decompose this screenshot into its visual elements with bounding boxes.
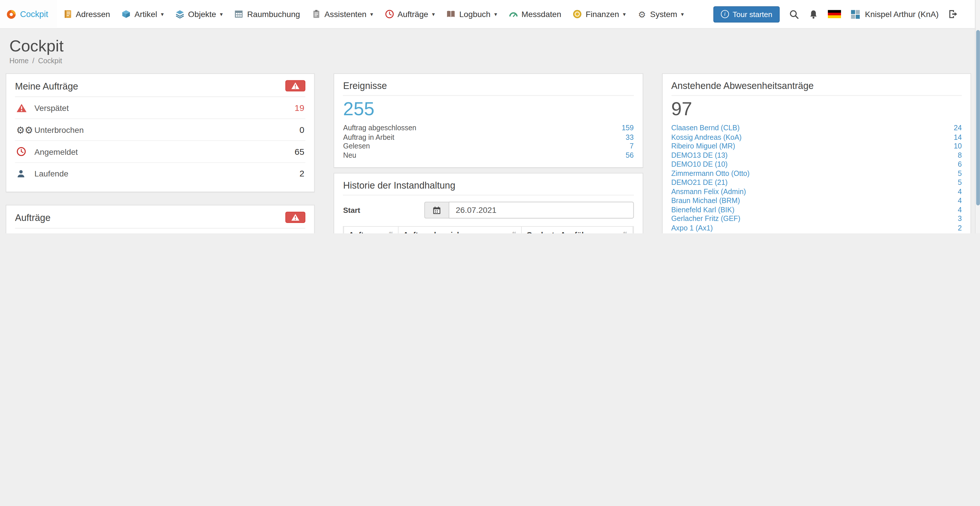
stat-row-laufende[interactable]: Laufende 2 — [15, 163, 305, 184]
chevron-down-icon: ▾ — [623, 11, 626, 18]
nav-label: System — [650, 10, 677, 19]
event-count[interactable]: 7 — [630, 142, 634, 150]
page-title: Cockpit — [10, 37, 974, 56]
main-menu: Cockpit Adressen Artikel ▾ Objekte — [0, 0, 689, 28]
column-header-auftragsbezeichnung[interactable]: ⇅Auftragsbezeichnung — [399, 227, 522, 233]
person-link[interactable]: Bienefeld Karl (BIK) — [671, 205, 734, 214]
request-count[interactable]: 4 — [958, 205, 962, 214]
sort-icon[interactable]: ⇅ — [623, 230, 628, 233]
list-item[interactable]: Auftrag in Arbeit 33 — [343, 132, 634, 142]
warning-badge[interactable] — [286, 80, 305, 91]
nav-item-raumbuchung[interactable]: Raumbuchung — [228, 0, 305, 28]
history-table-scroll-area[interactable]: ⇅Auftrags-Nr. ⇅Auftragsbezeichnung ⇅Gepl… — [343, 226, 634, 233]
breadcrumb-home[interactable]: Home — [10, 57, 29, 64]
request-count[interactable]: 4 — [958, 187, 962, 196]
request-count[interactable]: 2 — [958, 232, 962, 233]
language-flag-german[interactable] — [828, 10, 841, 18]
page-scrollbar-thumb[interactable] — [976, 30, 980, 205]
list-item[interactable]: Neu 56 — [343, 151, 634, 160]
person-link[interactable]: Axpo 1 (Ax1) — [671, 223, 713, 232]
request-count[interactable]: 4 — [958, 196, 962, 205]
request-count[interactable]: 10 — [954, 142, 962, 150]
nav-label: Objekte — [188, 10, 216, 19]
event-type-label: Neu — [343, 151, 356, 160]
notifications-bell-icon[interactable] — [808, 9, 819, 19]
layers-icon — [175, 9, 185, 19]
card-title: Anstehende Abwesenheitsanträge — [671, 80, 962, 91]
nav-item-finanzen[interactable]: Finanzen ▾ — [567, 0, 631, 28]
clock-icon — [384, 9, 395, 19]
column-right: Anstehende Abwesenheitsanträge 97 Claase… — [662, 73, 971, 233]
event-count[interactable]: 33 — [626, 132, 634, 142]
nav-label: Messdaten — [522, 10, 561, 19]
person-link[interactable]: Ansmann Felix (Admin) — [671, 187, 746, 196]
list-item: DEMO21 DE (21) 5 — [671, 178, 962, 187]
event-type-label: Auftrag abgeschlossen — [343, 123, 417, 132]
request-count[interactable]: 5 — [958, 169, 962, 178]
nav-item-adressen[interactable]: Adressen — [57, 0, 116, 28]
dashboard-grid: Meine Aufträge Verspätet 19 ⚙⚙ — [3, 73, 974, 233]
ereignisse-total: 255 — [343, 98, 634, 120]
nav-item-assistenten[interactable]: Assistenten ▾ — [305, 0, 379, 28]
event-count[interactable]: 159 — [622, 123, 634, 132]
event-count[interactable]: 56 — [626, 151, 634, 160]
info-icon: i — [721, 10, 729, 18]
card-abwesenheitsantraege: Anstehende Abwesenheitsanträge 97 Claase… — [662, 73, 971, 233]
list-item[interactable]: Gelesen 7 — [343, 142, 634, 150]
person-link[interactable]: DEMO13 DE (13) — [671, 151, 727, 160]
breadcrumb-current: Cockpit — [38, 57, 62, 64]
stat-row-angemeldet[interactable]: Angemeldet 65 — [15, 141, 305, 163]
person-link[interactable]: Admin Sogema (SogAd) — [671, 232, 749, 233]
stat-value: 0 — [299, 125, 304, 135]
person-link[interactable]: Ribeiro Miguel (MR) — [671, 142, 735, 150]
person-link[interactable]: Zimmermann Otto (Otto) — [671, 169, 750, 178]
nav-item-system[interactable]: ⚙ System ▾ — [632, 0, 689, 28]
column-header-geplante-ausfuehrung[interactable]: ⇅Geplante Ausführung - Start — [522, 227, 633, 233]
person-link[interactable]: DEMO21 DE (21) — [671, 178, 727, 187]
sort-icon[interactable]: ⇅ — [389, 230, 394, 233]
request-count[interactable]: 8 — [958, 151, 962, 160]
nav-item-auftraege[interactable]: Aufträge ▾ — [379, 0, 441, 28]
navbar-actions: i Tour starten Knispel Arthur (KnA) — [713, 0, 959, 28]
request-count[interactable]: 3 — [958, 214, 962, 223]
person-link[interactable]: Claasen Bernd (CLB) — [671, 123, 740, 132]
chevron-down-icon: ▾ — [432, 11, 435, 18]
request-count[interactable]: 5 — [958, 178, 962, 187]
tour-starten-button[interactable]: i Tour starten — [713, 6, 780, 22]
list-item[interactable]: Auftrag abgeschlossen 159 — [343, 123, 634, 132]
stat-label: Laufende — [34, 169, 299, 178]
main-content: Cockpit Home/Cockpit Meine Aufträge — [0, 29, 980, 233]
stat-row-verspaetet[interactable]: Verspätet 124 — [15, 228, 305, 233]
stat-row-unterbrochen[interactable]: ⚙⚙ Unterbrochen 0 — [15, 119, 305, 141]
stat-row-verspaetet[interactable]: Verspätet 19 — [15, 97, 305, 119]
page-scrollbar[interactable] — [975, 0, 980, 233]
clock-icon — [16, 147, 30, 156]
person-link[interactable]: Braun Michael (BRM) — [671, 196, 740, 205]
person-link[interactable]: Gerlacher Fritz (GEF) — [671, 214, 740, 223]
start-date-input[interactable] — [449, 201, 633, 219]
stat-label: Angemeldet — [34, 147, 294, 156]
user-menu[interactable]: Knispel Arthur (KnA) — [850, 9, 939, 19]
warning-triangle-icon — [16, 103, 30, 113]
person-icon — [16, 169, 30, 178]
calendar-button[interactable] — [425, 201, 449, 219]
sort-icon[interactable]: ⇅ — [512, 230, 517, 233]
logout-icon[interactable] — [948, 9, 959, 19]
person-link[interactable]: DEMO10 DE (10) — [671, 160, 727, 169]
nav-item-objekte[interactable]: Objekte ▾ — [169, 0, 229, 28]
request-count[interactable]: 2 — [958, 223, 962, 232]
column-header-auftrags-nr[interactable]: ⇅Auftrags-Nr. — [344, 227, 399, 233]
grid-calendar-icon — [234, 9, 244, 19]
warning-badge[interactable] — [286, 212, 305, 223]
nav-item-messdaten[interactable]: Messdaten — [503, 0, 567, 28]
nav-item-cockpit[interactable]: Cockpit — [0, 0, 57, 28]
nav-item-logbuch[interactable]: Logbuch ▾ — [441, 0, 503, 28]
search-icon[interactable] — [789, 9, 799, 19]
request-count[interactable]: 6 — [958, 160, 962, 169]
person-link[interactable]: Kossig Andreas (KoA) — [671, 132, 741, 142]
card-historie-instandhaltung: Historie der Instandhaltung Start — [334, 173, 643, 233]
request-count[interactable]: 14 — [954, 132, 962, 142]
request-count[interactable]: 24 — [954, 123, 962, 132]
nav-label: Aufträge — [398, 10, 428, 19]
nav-item-artikel[interactable]: Artikel ▾ — [116, 0, 169, 28]
